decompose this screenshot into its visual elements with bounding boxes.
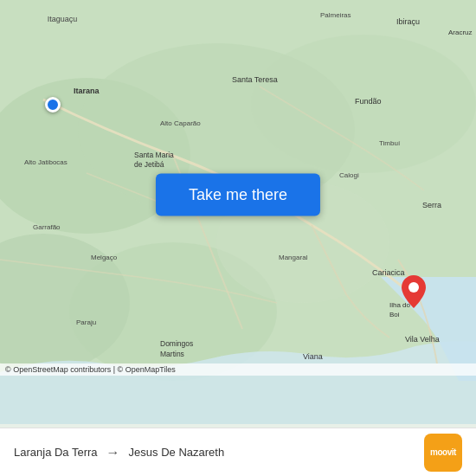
svg-text:Serra: Serra bbox=[422, 201, 441, 209]
svg-text:Mangaral: Mangaral bbox=[279, 254, 308, 261]
svg-text:Ibiraçu: Ibiraçu bbox=[396, 17, 420, 26]
take-me-there-button[interactable]: Take me there bbox=[156, 174, 320, 216]
svg-text:Itarana: Itarana bbox=[74, 87, 100, 95]
svg-text:Viana: Viana bbox=[303, 352, 323, 361]
map-attribution: © OpenStreetMap contributors | © OpenMap… bbox=[0, 363, 476, 376]
svg-text:Cariacica: Cariacica bbox=[372, 268, 405, 277]
start-marker bbox=[45, 97, 61, 113]
svg-text:Itaguaçu: Itaguaçu bbox=[48, 15, 78, 23]
route-arrow: → bbox=[106, 445, 120, 460]
svg-text:Boi: Boi bbox=[389, 311, 400, 318]
moovit-logo: moovit bbox=[424, 434, 462, 472]
svg-text:Garrafão: Garrafão bbox=[33, 223, 61, 231]
svg-text:Alto Caparão: Alto Caparão bbox=[160, 119, 201, 127]
route-from: Laranja Da Terra bbox=[14, 446, 98, 459]
svg-text:de Jetibá: de Jetibá bbox=[134, 160, 164, 169]
moovit-logo-text: moovit bbox=[430, 447, 456, 457]
svg-text:Santa Maria: Santa Maria bbox=[134, 151, 174, 159]
svg-text:Santa Teresa: Santa Teresa bbox=[232, 75, 278, 84]
svg-text:Paraju: Paraju bbox=[76, 318, 96, 326]
svg-text:Martins: Martins bbox=[160, 350, 184, 358]
svg-text:Calogi: Calogi bbox=[339, 171, 359, 179]
svg-text:Fundão: Fundão bbox=[355, 97, 382, 106]
svg-text:Aracruz: Aracruz bbox=[448, 29, 473, 36]
svg-text:Melgaço: Melgaço bbox=[91, 254, 118, 261]
svg-point-32 bbox=[408, 282, 419, 293]
map: Itaguaçu Itarana Santa Teresa Alto Capar… bbox=[0, 0, 476, 424]
svg-text:Alto Jatibocas: Alto Jatibocas bbox=[24, 158, 68, 166]
end-marker bbox=[402, 275, 426, 312]
svg-text:Timbuí: Timbuí bbox=[379, 139, 401, 147]
svg-text:Domingos: Domingos bbox=[160, 339, 193, 348]
svg-text:Palmeiras: Palmeiras bbox=[320, 11, 351, 19]
svg-text:Vila Velha: Vila Velha bbox=[405, 335, 440, 344]
bottom-bar: Laranja Da Terra → Jesus De Nazareth moo… bbox=[0, 428, 476, 476]
route-to: Jesus De Nazareth bbox=[129, 446, 225, 459]
